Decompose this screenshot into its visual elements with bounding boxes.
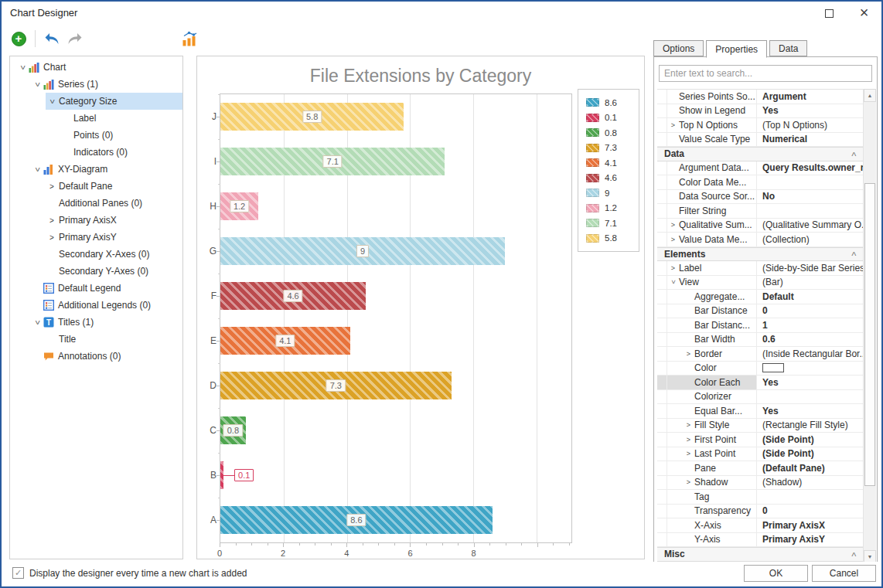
property-row-color-each[interactable]: Color EachYes [657, 376, 863, 390]
property-row-border[interactable]: >Border(Inside Rectangular Bor... [657, 347, 863, 362]
property-row-color[interactable]: Color [657, 362, 863, 376]
cancel-button[interactable]: Cancel [812, 565, 876, 582]
property-row-bar-distance[interactable]: Bar Distance0 [657, 304, 863, 319]
legend-item[interactable]: 5.8 [586, 231, 639, 246]
property-row-last-point[interactable]: >Last Point(Side Point) [657, 447, 863, 462]
chevron-right-icon[interactable]: > [683, 350, 694, 358]
maximize-button[interactable] [812, 2, 847, 25]
tree-item-category-size[interactable]: >Category Size [10, 93, 182, 110]
legend-item[interactable]: 9 [586, 185, 639, 201]
tree-item-secondary-y-axes-0[interactable]: Secondary Y-Axes (0) [10, 263, 182, 280]
tab-data[interactable]: Data [769, 40, 807, 56]
chevron-right-icon[interactable]: > [683, 421, 694, 429]
property-row-top-n-options[interactable]: >Top N Options(Top N Options) [657, 118, 863, 133]
redo-button[interactable] [63, 28, 87, 49]
tree-item-chart[interactable]: >Chart [10, 59, 182, 76]
property-row-show-in-legend[interactable]: Show in LegendYes [657, 104, 863, 119]
property-row-y-axis[interactable]: Y-AxisPrimary AxisY [657, 533, 863, 548]
chevron-right-icon[interactable]: > [46, 216, 58, 225]
property-row-fill-style[interactable]: >Fill Style(Rectangle Fill Style) [657, 419, 863, 433]
color-swatch[interactable] [762, 363, 784, 372]
property-row-bar-distanc[interactable]: Bar Distanc...1 [657, 318, 863, 333]
legend-item[interactable]: 8.6 [586, 95, 639, 110]
tree-item-secondary-x-axes-0[interactable]: Secondary X-Axes (0) [10, 246, 182, 263]
property-row-filter-string[interactable]: Filter String [657, 204, 863, 219]
legend-item[interactable]: 1.2 [586, 201, 639, 216]
chevron-down-icon[interactable]: > [33, 163, 42, 175]
chart-legend[interactable]: 8.60.10.87.34.14.691.27.15.8 [578, 89, 639, 252]
chevron-right-icon[interactable]: > [683, 450, 694, 457]
legend-item[interactable]: 4.6 [586, 171, 639, 186]
tree-item-primary-axisx[interactable]: >Primary AxisX [10, 212, 182, 229]
chevron-right-icon[interactable]: > [683, 478, 694, 486]
property-row-value-data-me[interactable]: >Value Data Me...(Collection) [657, 233, 863, 247]
property-section-elements[interactable]: Elements> [657, 247, 863, 262]
collapse-chevron-icon[interactable]: > [851, 151, 859, 156]
property-row-pane[interactable]: Pane(Default Pane) [657, 461, 863, 476]
chart-type-button[interactable] [178, 28, 201, 49]
tree-item-default-legend[interactable]: Default Legend [10, 280, 182, 297]
property-row-colorizer[interactable]: Colorizer [657, 390, 863, 405]
chevron-down-icon[interactable]: > [670, 277, 677, 288]
close-button[interactable]: × [847, 2, 881, 25]
tree-item-additional-legends-0[interactable]: Additional Legends (0) [10, 297, 182, 314]
chevron-right-icon[interactable]: > [667, 221, 679, 229]
legend-item[interactable]: 0.8 [586, 125, 639, 141]
property-row-color-data-me[interactable]: Color Data Me... [657, 175, 863, 190]
undo-button[interactable] [40, 28, 63, 49]
property-row-label[interactable]: >Label(Side-by-Side Bar Series... [657, 261, 863, 276]
tree-item-points-0[interactable]: Points (0) [10, 127, 182, 144]
property-row-qualitative-sum[interactable]: >Qualitative Sum...(Qualitative Summary … [657, 219, 863, 233]
search-input[interactable] [659, 65, 872, 82]
chevron-right-icon[interactable]: > [667, 236, 679, 243]
tree-item-series-1[interactable]: >Series (1) [10, 76, 182, 93]
chevron-down-icon[interactable]: > [19, 61, 27, 73]
tree-item-titles-1[interactable]: >TTitles (1) [10, 314, 182, 331]
collapse-chevron-icon[interactable]: > [851, 552, 859, 556]
property-row-argument-data[interactable]: Argument Data...Query Results.owner_n... [657, 161, 863, 176]
tree-item-primary-axisy[interactable]: >Primary AxisY [10, 229, 182, 246]
property-row-aggregate[interactable]: Aggregate...Default [657, 290, 863, 304]
tree-item-annotations-0[interactable]: Annotations (0) [10, 348, 182, 365]
property-row-bar-width[interactable]: Bar Width0.6 [657, 333, 863, 348]
tab-properties[interactable]: Properties [706, 40, 767, 58]
legend-item[interactable]: 7.1 [586, 216, 639, 231]
chevron-right-icon[interactable]: > [683, 436, 694, 444]
property-row-value-scale-type[interactable]: Value Scale TypeNumerical [657, 133, 863, 148]
property-row-data-source-sor[interactable]: Data Source Sor...No [657, 190, 863, 205]
property-row-x-axis[interactable]: X-AxisPrimary AxisX [657, 518, 863, 533]
legend-item[interactable]: 4.1 [586, 155, 639, 171]
legend-item[interactable]: 7.3 [586, 141, 639, 156]
property-row-equal-bar[interactable]: Equal Bar...Yes [657, 404, 863, 419]
add-chart-element-button[interactable]: + [7, 28, 30, 49]
display-designer-checkbox[interactable]: ✓ [12, 567, 24, 579]
property-row-series-points-so[interactable]: Series Points So...Argument [657, 90, 863, 104]
chevron-right-icon[interactable]: > [46, 182, 58, 191]
scrollbar[interactable]: ▲ ▼ [863, 89, 876, 563]
chevron-right-icon[interactable]: > [667, 121, 679, 129]
scrollbar-thumb[interactable] [864, 183, 875, 486]
tree-item-label[interactable]: Label [10, 110, 182, 127]
tree-item-xy-diagram[interactable]: >XY-Diagram [10, 161, 182, 178]
property-row-transparency[interactable]: Transparency0 [657, 505, 863, 519]
scroll-up-button[interactable]: ▲ [864, 89, 876, 102]
tree-item-title[interactable]: Title [10, 331, 182, 348]
tree-item-indicators-0[interactable]: Indicators (0) [10, 144, 182, 161]
property-row-first-point[interactable]: >First Point(Side Point) [657, 433, 863, 447]
collapse-chevron-icon[interactable]: > [851, 252, 859, 257]
tree-item-additional-panes-0[interactable]: Additional Panes (0) [10, 195, 182, 212]
chevron-right-icon[interactable]: > [667, 264, 679, 272]
chevron-down-icon[interactable]: > [33, 316, 42, 328]
legend-item[interactable]: 0.1 [586, 110, 639, 126]
chevron-down-icon[interactable]: > [48, 95, 56, 107]
chevron-right-icon[interactable]: > [46, 233, 58, 242]
property-section-misc[interactable]: Misc> [657, 547, 863, 562]
tree-item-default-pane[interactable]: >Default Pane [10, 178, 182, 195]
property-row-view[interactable]: >View(Bar) [657, 276, 863, 291]
property-row-tag[interactable]: Tag [657, 490, 863, 505]
property-section-data[interactable]: Data> [657, 147, 863, 161]
tab-options[interactable]: Options [653, 40, 704, 56]
property-row-shadow[interactable]: >Shadow(Shadow) [657, 476, 863, 491]
chevron-down-icon[interactable]: > [33, 78, 42, 90]
ok-button[interactable]: OK [744, 565, 808, 582]
